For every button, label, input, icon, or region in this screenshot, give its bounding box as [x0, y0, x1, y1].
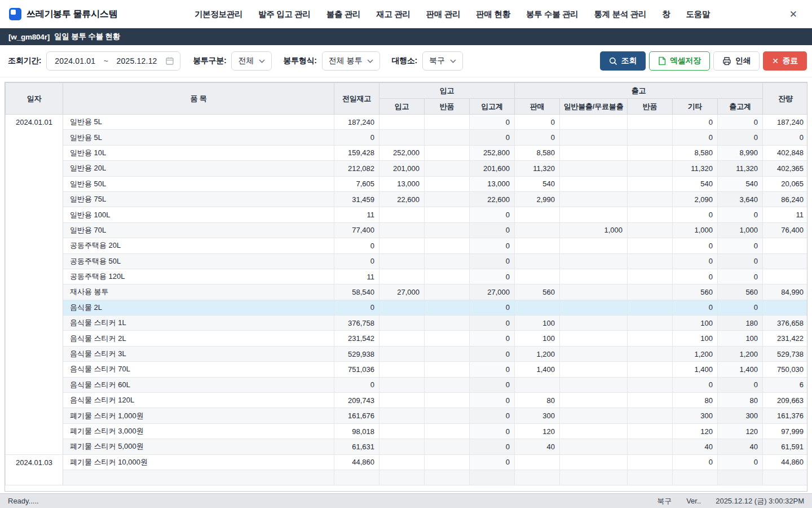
table-row[interactable]: 폐기물 스티커 3,000원98,018012012012097,999 [6, 423, 808, 439]
cell-item [63, 470, 334, 485]
cell-sale: 40 [515, 439, 560, 454]
cell-etc: 0 [673, 454, 718, 470]
agency-select[interactable]: 북구 [422, 51, 463, 71]
cell-etc: 1,400 [673, 362, 718, 377]
menu-item-7[interactable]: 봉투 수불 관리 [526, 9, 579, 20]
cell-rem [763, 470, 807, 485]
app-title: 쓰레기봉투 물류시스템 [27, 8, 117, 20]
menu-item-4[interactable]: 재고 관리 [376, 9, 411, 20]
table-row[interactable]: 음식물 스티커 60L00006 [6, 377, 808, 392]
cell-outret [628, 191, 673, 207]
table-row[interactable]: 음식물 스티커 2L231,5420100100100231,422 [6, 331, 808, 346]
cell-gen [560, 207, 628, 222]
table-row[interactable]: 음식물 스티커 3L529,93801,2001,2001,200529,738 [6, 346, 808, 361]
cell-intot: 0 [470, 377, 515, 392]
date-range-input[interactable]: 2024.01.01 ~ 2025.12.12 [46, 51, 180, 71]
table-row[interactable]: 2024.01.03폐기물 스티커 10,000원44,86000044,860 [6, 454, 808, 470]
menu-item-3[interactable]: 불출 관리 [326, 9, 361, 20]
cell-outret [628, 454, 673, 470]
cell-item: 음식물 스티커 60L [63, 377, 334, 392]
cell-sale [515, 238, 560, 253]
cell-prev: 44,860 [334, 454, 379, 470]
cell-outtot: 0 [718, 115, 763, 130]
cell-gen [560, 316, 628, 331]
table-row[interactable]: 2024.01.01일반용 5L187,2400000187,240 [6, 115, 808, 130]
table-row[interactable]: 일반용 75L31,45922,60022,6002,9902,0903,640… [6, 191, 808, 207]
cell-rem [763, 269, 807, 284]
menu-item-10[interactable]: 도움말 [686, 9, 710, 20]
cell-item: 일반용 50L [63, 176, 334, 191]
status-version: Ver.. [686, 497, 701, 505]
status-right: 북구 Ver.. 2025.12.12 (금) 3:00:32PM [657, 496, 804, 506]
table-row[interactable]: 일반용 100L1100011 [6, 207, 808, 222]
screen-title-bar: [w_gm804r] 일일 봉투 수불 현황 [0, 28, 812, 45]
bag-type-select[interactable]: 전체 [231, 51, 272, 71]
cell-outret [628, 362, 673, 377]
cell-outtot: 180 [718, 316, 763, 331]
cell-sale: 1,400 [515, 362, 560, 377]
table-row[interactable]: 일반용 70L77,40001,0001,0001,00076,400 [6, 222, 808, 238]
menu-item-5[interactable]: 판매 관리 [426, 9, 461, 20]
chevron-down-icon [367, 59, 373, 63]
table-row[interactable]: 재사용 봉투58,54027,00027,00056056056084,990 [6, 284, 808, 300]
date-to-value[interactable]: 2025.12.12 [111, 56, 163, 65]
cell-item: 폐기물 스티커 3,000원 [63, 423, 334, 439]
exit-button[interactable]: ✕ 종료 [763, 51, 807, 71]
cell-in [379, 238, 425, 253]
table-row[interactable] [6, 470, 808, 485]
date-from-value[interactable]: 2024.01.01 [49, 56, 101, 65]
bag-format-select[interactable]: 전체 봉투 [322, 51, 381, 71]
window-close-icon[interactable]: ✕ [787, 7, 800, 21]
table-row[interactable]: 공동주택용 120L11000 [6, 269, 808, 284]
cell-inret [425, 300, 470, 315]
cell-etc: 0 [673, 377, 718, 392]
cell-outret [628, 176, 673, 191]
header-prev-stock: 전일재고 [334, 83, 379, 115]
cell-in: 252,000 [379, 145, 425, 160]
status-datetime: 2025.12.12 (금) 3:00:32PM [716, 496, 804, 506]
cell-outtot: 1,200 [718, 346, 763, 361]
table-row[interactable]: 음식물 2L0000 [6, 300, 808, 315]
cell-inret [425, 377, 470, 392]
table-row[interactable]: 폐기물 스티커 5,000원61,631040404061,591 [6, 439, 808, 454]
table-row[interactable]: 일반용 50L7,60513,00013,00054054054020,065 [6, 176, 808, 191]
menu-item-8[interactable]: 통계 분석 관리 [594, 9, 647, 20]
screen-code: [w_gm804r] [8, 33, 50, 41]
cell-intot: 0 [470, 115, 515, 130]
cell-in [379, 222, 425, 238]
search-button[interactable]: 조회 [600, 51, 646, 71]
cell-sale [515, 222, 560, 238]
cell-item: 폐기물 스티커 5,000원 [63, 439, 334, 454]
cell-etc: 2,090 [673, 191, 718, 207]
inventory-table-container[interactable]: 일자 품 목 전일재고 입고 출고 잔량 입고 반품 입고계 판매 일반불출/무… [5, 82, 807, 492]
cell-etc [673, 470, 718, 485]
excel-save-button[interactable]: 엑셀저장 [649, 51, 710, 71]
cell-item: 공동주택용 120L [63, 269, 334, 284]
cell-prev: 31,459 [334, 191, 379, 207]
header-out-total: 출고계 [718, 99, 763, 115]
table-row[interactable]: 일반용 5L000000 [6, 130, 808, 145]
table-row[interactable]: 공동주택용 50L0000 [6, 253, 808, 269]
cell-prev [334, 470, 379, 485]
cell-intot: 0 [470, 222, 515, 238]
menu-item-6[interactable]: 판매 현황 [476, 9, 510, 20]
menu-item-9[interactable]: 창 [662, 9, 670, 20]
menu-item-2[interactable]: 발주 입고 관리 [258, 9, 311, 20]
table-row[interactable]: 일반용 20L212,082201,000201,60011,32011,320… [6, 161, 808, 176]
menu-item-1[interactable]: 기본정보관리 [195, 9, 242, 20]
table-row[interactable]: 음식물 스티커 1L376,7580100100180376,658 [6, 316, 808, 331]
cell-intot: 0 [470, 346, 515, 361]
table-row[interactable]: 음식물 스티커 70L751,03601,4001,4001,400750,03… [6, 362, 808, 377]
table-row[interactable]: 공동주택용 20L0000 [6, 238, 808, 253]
cell-rem: 376,658 [763, 316, 807, 331]
cell-sale: 120 [515, 423, 560, 439]
cell-gen [560, 300, 628, 315]
cell-in [379, 269, 425, 284]
table-row[interactable]: 일반용 10L159,428252,000252,8008,5808,5808,… [6, 145, 808, 160]
calendar-icon[interactable] [165, 56, 174, 65]
cell-prev: 751,036 [334, 362, 379, 377]
table-row[interactable]: 폐기물 스티커 1,000원161,6760300300300161,376 [6, 408, 808, 423]
print-button[interactable]: 인쇄 [713, 51, 760, 71]
table-row[interactable]: 음식물 스티커 120L209,7430808080209,663 [6, 393, 808, 408]
cell-gen [560, 377, 628, 392]
